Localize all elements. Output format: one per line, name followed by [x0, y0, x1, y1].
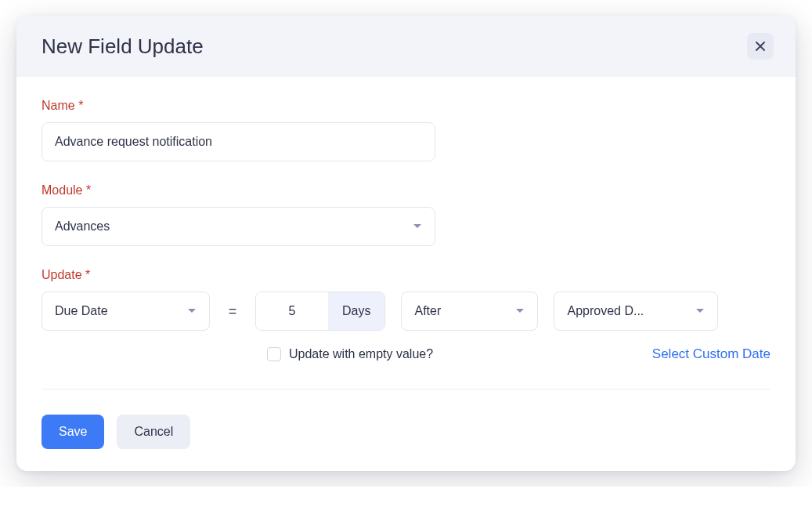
chevron-down-icon [413, 223, 422, 230]
chevron-down-icon [187, 308, 197, 314]
update-sub-row: Update with empty value? Select Custom D… [42, 346, 770, 362]
name-input[interactable] [42, 122, 435, 161]
chevron-down-icon [515, 308, 525, 314]
empty-value-checkbox[interactable] [267, 347, 281, 361]
days-stepper: Days [255, 292, 385, 331]
direction-select[interactable]: After [401, 292, 538, 331]
empty-value-label: Update with empty value? [289, 347, 433, 361]
dialog-body: Name * Module * Advances Update * Due Da… [16, 77, 796, 397]
dialog-footer: Save Cancel [16, 397, 796, 471]
name-field-group: Name * [42, 99, 770, 161]
direction-selected-text: After [414, 304, 447, 318]
reference-selected-text: Approved D... [567, 304, 650, 318]
update-row: Due Date = Days After A [42, 292, 770, 331]
equals-operator: = [226, 303, 240, 320]
name-label: Name * [42, 99, 770, 113]
cancel-button[interactable]: Cancel [117, 415, 190, 449]
module-selected-text: Advances [55, 219, 116, 234]
close-button[interactable] [747, 33, 774, 60]
dialog-header: New Field Update [16, 16, 796, 77]
update-field-group: Update * Due Date = Days After [42, 268, 770, 362]
days-number-input[interactable] [256, 292, 328, 330]
module-select[interactable]: Advances [42, 207, 435, 246]
save-button[interactable]: Save [42, 415, 104, 449]
module-field-group: Module * Advances [42, 183, 770, 246]
update-field-selected-text: Due Date [55, 304, 114, 318]
divider [42, 389, 770, 390]
dialog-title: New Field Update [42, 34, 204, 59]
close-icon [755, 41, 766, 52]
update-field-select[interactable]: Due Date [42, 292, 210, 331]
update-label: Update * [42, 268, 770, 282]
empty-value-checkbox-wrap[interactable]: Update with empty value? [267, 347, 433, 361]
module-label: Module * [42, 183, 770, 197]
reference-date-select[interactable]: Approved D... [554, 292, 718, 331]
chevron-down-icon [695, 308, 705, 314]
new-field-update-dialog: New Field Update Name * Module * Advance… [16, 16, 796, 471]
select-custom-date-link[interactable]: Select Custom Date [652, 346, 770, 362]
days-unit-label: Days [328, 292, 384, 330]
